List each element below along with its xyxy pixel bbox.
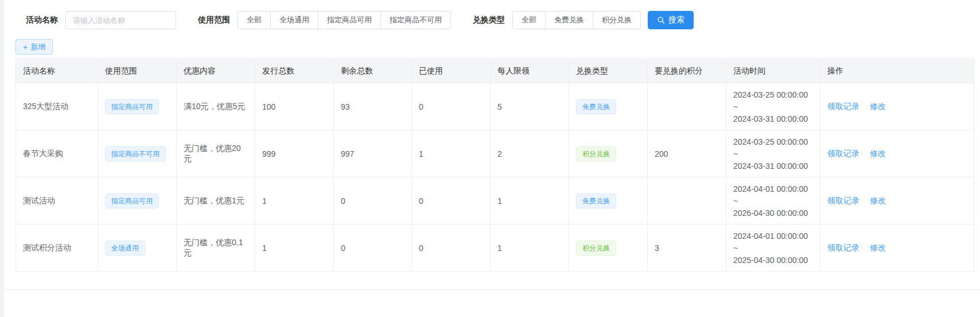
cell-total-remaining: 93	[334, 83, 412, 130]
usage-scope-tag: 指定商品可用	[105, 194, 159, 208]
cell-discount-content: 无门槛，优惠20元	[177, 130, 255, 177]
search-button[interactable]: 搜索	[648, 11, 694, 29]
exchange-type-label: 兑换类型	[473, 15, 505, 25]
activity-table: 活动名称 使用范围 优惠内容 发行总数 剩余总数 已使用 每人限领 兑换类型 要…	[15, 59, 970, 272]
exchange-type-tag: 积分兑换	[576, 241, 616, 256]
col-limit-per-person: 每人限领	[491, 59, 569, 83]
page-left-gutter	[0, 0, 4, 317]
cell-discount-content: 无门槛，优惠0.1元	[177, 225, 255, 272]
cell-activity-time: 2024-03-25 00:00:00 ~ 2024-03-31 00:00:0…	[726, 83, 820, 130]
cell-limit-per-person: 1	[491, 225, 569, 272]
usage-scope-tag: 指定商品不可用	[105, 146, 166, 161]
exchange-type-tag: 积分兑换	[576, 146, 616, 161]
cell-used: 1	[412, 130, 491, 177]
usage-scope-specified-usable-button[interactable]: 指定商品可用	[318, 11, 381, 29]
search-icon	[657, 16, 665, 24]
cell-used: 0	[412, 177, 491, 225]
exchange-type-group: 全部 免费兑换 积分兑换	[512, 11, 641, 29]
add-button-label: 新增	[30, 42, 45, 52]
usage-scope-specified-unusable-button[interactable]: 指定商品不可用	[381, 11, 451, 29]
claim-records-link[interactable]: 领取记录	[827, 149, 860, 158]
usage-scope-group: 全部 全场通用 指定商品可用 指定商品不可用	[238, 11, 451, 29]
cell-points-required: 3	[648, 225, 726, 272]
col-used: 已使用	[412, 59, 491, 83]
col-total-remaining: 剩余总数	[334, 59, 412, 83]
cell-activity-time: 2024-04-01 00:00:00 ~ 2025-04-30 00:00:0…	[726, 225, 820, 272]
cell-limit-per-person: 2	[491, 130, 569, 177]
cell-activity-name: 测试积分活动	[16, 225, 98, 272]
table-row: 测试活动 指定商品可用 无门槛，优惠1元 1 0 0 1 免费兑换 2024-0…	[16, 177, 974, 225]
cell-total-issued: 999	[255, 130, 334, 177]
cell-activity-name: 325大型活动	[16, 83, 98, 130]
cell-total-issued: 100	[255, 83, 334, 130]
exchange-type-all-button[interactable]: 全部	[512, 11, 546, 29]
claim-records-link[interactable]: 领取记录	[827, 102, 860, 111]
cell-discount-content: 无门槛，优惠1元	[177, 177, 255, 225]
table-row: 325大型活动 指定商品可用 满10元，优惠5元 100 93 0 5 免费兑换…	[16, 83, 974, 130]
col-activity-time: 活动时间	[726, 59, 820, 83]
cell-activity-name: 春节大采购	[16, 130, 98, 177]
filter-bar: 活动名称 使用范围 全部 全场通用 指定商品可用 指定商品不可用 兑换类型 全部…	[4, 0, 980, 29]
coupon-activity-page: 活动名称 使用范围 全部 全场通用 指定商品可用 指定商品不可用 兑换类型 全部…	[4, 0, 980, 290]
cell-limit-per-person: 1	[491, 177, 569, 225]
cell-actions: 领取记录 修改	[820, 83, 974, 130]
exchange-type-tag: 免费兑换	[576, 99, 616, 114]
add-button[interactable]: + 新增	[15, 39, 53, 55]
cell-actions: 领取记录 修改	[820, 130, 974, 177]
claim-records-link[interactable]: 领取记录	[827, 196, 860, 205]
cell-total-remaining: 0	[334, 177, 412, 225]
table-header-row: 活动名称 使用范围 优惠内容 发行总数 剩余总数 已使用 每人限领 兑换类型 要…	[16, 59, 974, 83]
usage-scope-tag: 全场通用	[105, 241, 145, 256]
plus-icon: +	[23, 43, 28, 51]
usage-scope-tag: 指定商品可用	[105, 99, 159, 114]
search-button-label: 搜索	[668, 15, 685, 25]
cell-points-required	[648, 177, 726, 225]
col-activity-name: 活动名称	[16, 59, 98, 83]
col-exchange-type: 兑换类型	[569, 59, 648, 83]
col-total-issued: 发行总数	[255, 59, 334, 83]
edit-link[interactable]: 修改	[870, 102, 886, 111]
usage-scope-all-button[interactable]: 全部	[238, 11, 271, 29]
col-actions: 操作	[820, 59, 974, 83]
cell-used: 0	[412, 225, 491, 272]
exchange-type-points-button[interactable]: 积分兑换	[593, 11, 641, 29]
cell-activity-time: 2024-04-01 00:00:00 ~ 2026-04-30 00:00:0…	[726, 177, 820, 225]
cell-activity-name: 测试活动	[16, 177, 98, 225]
usage-scope-universal-button[interactable]: 全场通用	[271, 11, 318, 29]
cell-total-issued: 1	[255, 177, 334, 225]
cell-activity-time: 2024-03-25 00:00:00 ~ 2024-03-31 00:00:0…	[726, 130, 820, 177]
cell-points-required	[648, 83, 726, 130]
table-row: 春节大采购 指定商品不可用 无门槛，优惠20元 999 997 1 2 积分兑换…	[16, 130, 974, 177]
edit-link[interactable]: 修改	[870, 243, 886, 252]
cell-limit-per-person: 5	[491, 83, 569, 130]
cell-total-remaining: 0	[334, 225, 412, 272]
edit-link[interactable]: 修改	[870, 196, 886, 205]
col-points-required: 要兑换的积分	[648, 59, 726, 83]
claim-records-link[interactable]: 领取记录	[827, 243, 860, 252]
cell-used: 0	[412, 83, 491, 130]
activity-name-label: 活动名称	[26, 15, 58, 25]
cell-actions: 领取记录 修改	[820, 225, 974, 272]
table-row: 测试积分活动 全场通用 无门槛，优惠0.1元 1 0 0 1 积分兑换 3 20…	[16, 225, 974, 272]
exchange-type-free-button[interactable]: 免费兑换	[546, 11, 593, 29]
cell-actions: 领取记录 修改	[820, 177, 974, 225]
activity-name-input[interactable]	[65, 11, 176, 29]
cell-discount-content: 满10元，优惠5元	[177, 83, 255, 130]
col-usage-scope: 使用范围	[98, 59, 177, 83]
usage-scope-label: 使用范围	[198, 15, 230, 25]
edit-link[interactable]: 修改	[870, 149, 886, 158]
exchange-type-tag: 免费兑换	[576, 194, 616, 208]
cell-points-required: 200	[648, 130, 726, 177]
col-discount-content: 优惠内容	[177, 59, 255, 83]
cell-total-remaining: 997	[334, 130, 412, 177]
cell-total-issued: 1	[255, 225, 334, 272]
